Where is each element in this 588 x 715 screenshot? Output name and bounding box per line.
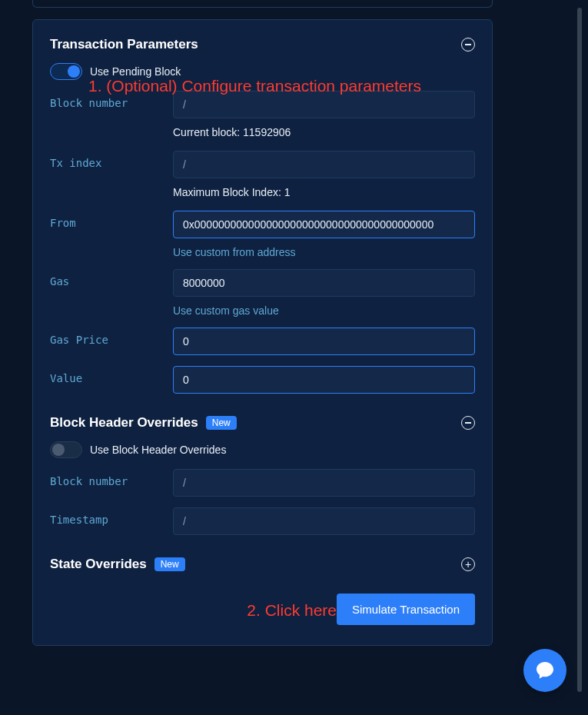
value-input[interactable] (173, 366, 475, 394)
gas-label: Gas (50, 269, 173, 288)
new-badge: New (206, 416, 237, 430)
bh-block-number-input[interactable] (173, 469, 475, 497)
gas-price-input[interactable] (173, 328, 475, 355)
max-block-index-text: Maximum Block Index: 1 (173, 186, 475, 198)
expand-icon[interactable] (461, 557, 475, 571)
annotation-step2: 2. Click here (247, 601, 337, 620)
current-block-text: Current block: 11592906 (173, 126, 475, 138)
chat-icon (534, 660, 556, 681)
new-badge: New (154, 557, 185, 571)
annotation-step1: 1. (Optional) Configure transaction para… (88, 77, 421, 95)
transaction-panel: Transaction Parameters Use Pending Block… (32, 19, 493, 646)
bh-timestamp-label: Timestamp (50, 507, 173, 526)
collapse-icon[interactable] (461, 38, 475, 52)
use-block-header-toggle[interactable] (50, 441, 82, 458)
simulate-button[interactable]: Simulate Transaction (337, 594, 475, 625)
bh-block-number-label: Block number (50, 469, 173, 487)
from-label: From (50, 211, 173, 229)
state-overrides-title: State Overrides (50, 557, 147, 572)
tx-params-title: Transaction Parameters (50, 37, 198, 52)
block-header-title: Block Header Overrides (50, 415, 198, 431)
from-input[interactable] (173, 211, 475, 238)
chat-button[interactable] (523, 649, 566, 692)
use-block-header-row: Use Block Header Overrides (50, 441, 475, 458)
tx-index-input[interactable] (173, 151, 475, 178)
tx-index-label: Tx index (50, 151, 173, 169)
bh-timestamp-input[interactable] (173, 507, 475, 535)
tx-params-header: Transaction Parameters (50, 37, 475, 52)
use-pending-toggle[interactable] (50, 63, 82, 80)
use-block-header-label: Use Block Header Overrides (90, 444, 226, 456)
state-overrides-header: State Overrides New (50, 557, 475, 572)
scrollbar-thumb[interactable] (577, 8, 582, 692)
gas-input[interactable] (173, 269, 475, 297)
scrollbar[interactable] (577, 8, 582, 692)
use-pending-label: Use Pending Block (90, 65, 181, 78)
gas-custom-link[interactable]: Use custom gas value (173, 304, 475, 317)
collapse-icon[interactable] (461, 416, 475, 430)
value-label: Value (50, 366, 173, 384)
block-header-header: Block Header Overrides New (50, 415, 475, 431)
gas-price-label: Gas Price (50, 328, 173, 346)
use-pending-row: Use Pending Block 1. (Optional) Configur… (50, 63, 475, 80)
from-custom-link[interactable]: Use custom from address (173, 246, 475, 258)
